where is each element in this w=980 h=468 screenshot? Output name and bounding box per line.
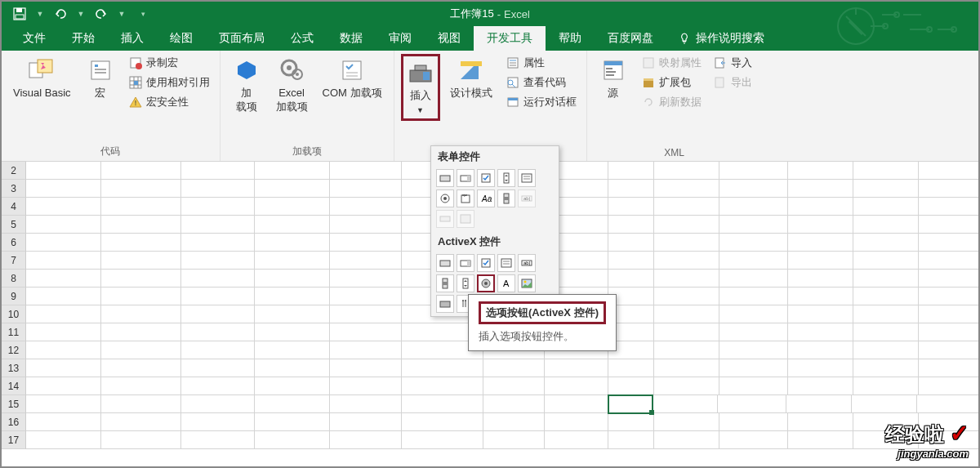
row-header[interactable]: 8 <box>2 270 26 287</box>
cell[interactable] <box>788 198 853 216</box>
cell[interactable] <box>26 216 101 234</box>
cell[interactable] <box>181 359 255 377</box>
cell[interactable] <box>101 287 181 305</box>
cell[interactable] <box>402 395 483 413</box>
cell[interactable] <box>853 270 919 287</box>
cell[interactable] <box>719 216 788 234</box>
cell[interactable] <box>402 413 483 431</box>
cell[interactable] <box>653 395 718 413</box>
row-header[interactable]: 9 <box>2 287 26 305</box>
cell[interactable] <box>719 341 788 359</box>
ax-listbox-icon[interactable] <box>497 254 515 272</box>
cell[interactable] <box>719 198 788 216</box>
cell[interactable] <box>330 252 402 270</box>
cell[interactable] <box>181 323 255 341</box>
cell[interactable] <box>330 323 402 341</box>
tab-developer[interactable]: 开发工具 <box>474 26 546 51</box>
form-spinner-icon[interactable] <box>497 169 515 187</box>
cell[interactable] <box>788 252 853 270</box>
cell[interactable] <box>181 198 255 216</box>
properties-button[interactable]: 属性 <box>502 54 580 72</box>
ax-button-icon[interactable] <box>436 254 454 272</box>
cell[interactable] <box>853 252 919 270</box>
cell[interactable] <box>101 270 181 287</box>
cell[interactable] <box>330 270 402 287</box>
cell[interactable] <box>654 341 719 359</box>
row-header[interactable]: 10 <box>2 305 26 323</box>
cell[interactable] <box>181 341 255 359</box>
cell[interactable] <box>330 395 402 413</box>
cell[interactable] <box>788 341 853 359</box>
cell[interactable] <box>719 252 788 270</box>
cell[interactable] <box>919 287 980 305</box>
cell[interactable] <box>654 287 719 305</box>
tab-review[interactable]: 审阅 <box>376 26 425 51</box>
cell[interactable] <box>788 323 853 341</box>
cell[interactable] <box>330 413 402 431</box>
cell[interactable] <box>255 198 330 216</box>
cell[interactable] <box>608 359 654 377</box>
cell[interactable] <box>255 377 330 395</box>
cell[interactable] <box>608 377 654 395</box>
cell[interactable] <box>919 270 980 287</box>
ax-label-icon[interactable]: A <box>497 274 515 292</box>
cell[interactable] <box>788 431 853 449</box>
cell[interactable] <box>853 198 919 216</box>
ax-checkbox-icon[interactable] <box>477 254 495 272</box>
cell[interactable] <box>608 162 654 180</box>
cell[interactable] <box>654 252 719 270</box>
cell[interactable] <box>330 216 402 234</box>
cell[interactable] <box>718 395 786 413</box>
ax-image-icon[interactable] <box>518 274 536 292</box>
visual-basic-button[interactable]: Visual Basic <box>8 54 76 102</box>
undo-dropdown-icon[interactable]: ▼ <box>74 10 88 18</box>
cell[interactable] <box>330 180 402 198</box>
cell[interactable] <box>26 341 101 359</box>
cell[interactable] <box>181 413 255 431</box>
cell[interactable] <box>545 431 608 449</box>
form-combo3-icon[interactable] <box>457 210 474 228</box>
cell[interactable] <box>330 431 402 449</box>
cell[interactable] <box>330 377 402 395</box>
cell[interactable] <box>101 234 181 252</box>
cell[interactable] <box>788 162 853 180</box>
cell[interactable] <box>26 162 101 180</box>
cell[interactable] <box>719 413 788 431</box>
cell[interactable] <box>788 216 853 234</box>
cell[interactable] <box>919 234 980 252</box>
cell[interactable] <box>26 305 101 323</box>
addins-button[interactable]: 加 载项 <box>227 54 266 116</box>
cell[interactable] <box>919 162 980 180</box>
cell[interactable] <box>545 413 608 431</box>
row-header[interactable]: 13 <box>2 359 26 377</box>
cell[interactable] <box>330 305 402 323</box>
excel-addins-button[interactable]: Excel 加载项 <box>271 54 313 116</box>
cell[interactable] <box>181 395 255 413</box>
row-header[interactable]: 14 <box>2 377 26 395</box>
cell[interactable] <box>788 180 853 198</box>
cell[interactable] <box>654 180 719 198</box>
cell[interactable] <box>654 198 719 216</box>
record-macro-button[interactable]: 录制宏 <box>125 54 213 72</box>
cell[interactable] <box>26 323 101 341</box>
cell[interactable] <box>26 395 101 413</box>
cell[interactable] <box>719 323 788 341</box>
xml-source-button[interactable]: 源 <box>594 54 633 102</box>
cell[interactable] <box>255 252 330 270</box>
cell[interactable] <box>608 234 654 252</box>
cell[interactable] <box>919 305 980 323</box>
ax-toggle-icon[interactable] <box>436 295 454 313</box>
row-header[interactable]: 6 <box>2 234 26 252</box>
cell[interactable] <box>919 359 980 377</box>
cell[interactable] <box>483 431 545 449</box>
cell[interactable] <box>181 162 255 180</box>
tab-formulas[interactable]: 公式 <box>278 26 327 51</box>
cell[interactable] <box>101 359 181 377</box>
cell[interactable] <box>719 377 788 395</box>
cell[interactable] <box>719 270 788 287</box>
cell[interactable] <box>654 216 719 234</box>
redo-dropdown-icon[interactable]: ▼ <box>114 10 129 18</box>
cell[interactable] <box>853 341 919 359</box>
cell[interactable] <box>101 252 181 270</box>
cell[interactable] <box>719 180 788 198</box>
